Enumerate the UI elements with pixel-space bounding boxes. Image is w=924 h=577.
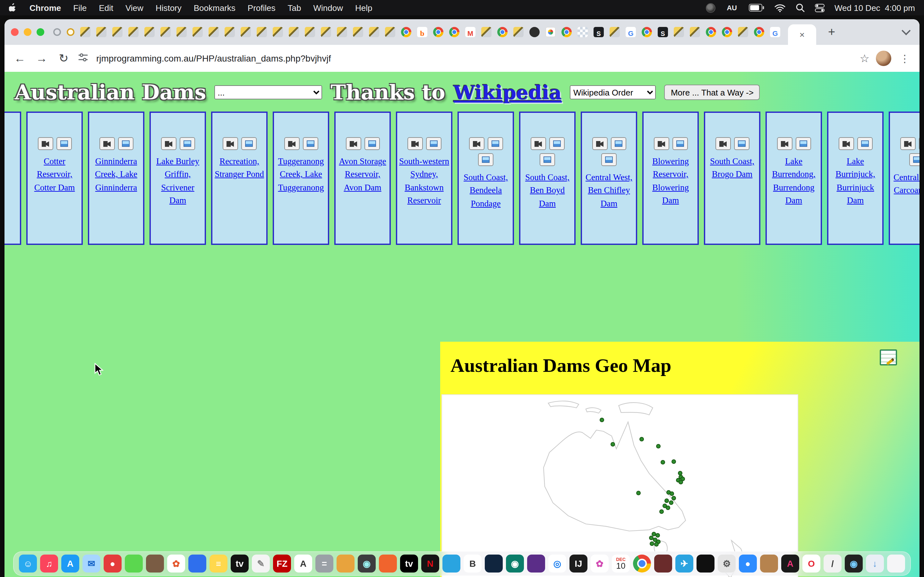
tab-favicon-google[interactable] xyxy=(770,27,780,37)
pic-icon[interactable] xyxy=(179,137,195,150)
tab-favicon-tool[interactable] xyxy=(289,27,299,37)
pic-icon[interactable] xyxy=(56,137,71,150)
menu-item-profiles[interactable]: Profiles xyxy=(248,3,276,13)
pic-icon[interactable] xyxy=(909,153,919,166)
pic-icon[interactable] xyxy=(364,137,380,150)
tab-favicon-tool[interactable] xyxy=(690,27,700,37)
video-icon[interactable] xyxy=(469,137,484,150)
tab-favicon-chrome[interactable] xyxy=(433,27,443,37)
pic-icon[interactable] xyxy=(795,137,811,150)
dock-icon-flower-app[interactable]: ✿ xyxy=(591,554,609,572)
window-minimize-button[interactable] xyxy=(24,28,31,36)
dam-marker[interactable] xyxy=(664,498,669,503)
dock-icon-settings[interactable]: ⚙ xyxy=(718,554,736,572)
forward-button[interactable]: → xyxy=(34,52,49,65)
pic-icon[interactable] xyxy=(426,137,441,150)
tab-favicon-tool[interactable] xyxy=(80,27,90,37)
video-icon[interactable] xyxy=(530,137,546,150)
tab-favicon-dark-s[interactable] xyxy=(658,27,668,37)
pic-icon[interactable] xyxy=(672,137,688,150)
tab-favicon-tool[interactable] xyxy=(481,27,491,37)
tab-favicon-tool[interactable] xyxy=(738,27,748,37)
tab-favicon-tool[interactable] xyxy=(273,27,283,37)
tab-favicon-tool[interactable] xyxy=(176,27,187,37)
address-bar[interactable]: rjmprogramming.com.au/PHP/australian_dam… xyxy=(96,53,853,63)
profile-avatar[interactable] xyxy=(876,51,891,66)
tab-favicon-tool[interactable] xyxy=(208,27,219,37)
tab-favicon-tool[interactable] xyxy=(128,27,139,37)
dock-icon-firefox[interactable] xyxy=(379,554,397,572)
dock-icon-mail[interactable]: ✉ xyxy=(82,554,100,572)
tab-favicon-chrome[interactable] xyxy=(497,27,507,37)
tab-favicon-tool[interactable] xyxy=(369,27,379,37)
dam-link[interactable]: Central West, Ben Chifley Dam xyxy=(582,171,636,210)
tab-favicon-tool[interactable] xyxy=(513,27,523,37)
dock-icon-safari[interactable]: ◎ xyxy=(548,554,566,572)
dock-icon-chrome[interactable] xyxy=(633,554,651,572)
window-zoom-button[interactable] xyxy=(37,28,44,36)
dam-marker[interactable] xyxy=(666,506,670,510)
dock-icon-opera[interactable]: O xyxy=(803,554,821,572)
dam-link[interactable]: South Coast, Ben Boyd Dam xyxy=(520,171,574,210)
pic-icon[interactable] xyxy=(734,137,749,150)
more-that-a-way-button[interactable]: More ... That a Way -> xyxy=(664,85,760,100)
dock-icon-cd-app[interactable]: ◉ xyxy=(845,554,863,572)
dock-icon-slash-app[interactable]: / xyxy=(824,554,842,572)
menu-item-chrome[interactable]: Chrome xyxy=(29,3,61,13)
tab-favicon-chrome[interactable] xyxy=(722,27,732,37)
video-icon[interactable] xyxy=(715,137,730,150)
dock-icon-brown-app[interactable] xyxy=(146,554,164,572)
tab-favicon-tool[interactable] xyxy=(337,27,347,37)
geo-map[interactable]: 1 999,999,999 xyxy=(441,394,798,577)
dam-link[interactable]: Lake Burley Griffin, Scrivener Dam xyxy=(151,155,205,207)
tab-favicon-dots[interactable] xyxy=(545,27,556,37)
dam-link[interactable]: Lake Burrendong, Burrendong Dam xyxy=(767,155,821,207)
dam-link[interactable]: Central West, Carcoar Dam xyxy=(890,171,919,197)
tab-favicon-dark-s[interactable] xyxy=(594,27,604,37)
video-icon[interactable] xyxy=(654,137,669,150)
dam-select[interactable]: ... xyxy=(215,85,322,99)
dock-icon-blue-app[interactable] xyxy=(188,554,206,572)
dam-marker[interactable] xyxy=(640,437,644,442)
pic-icon[interactable] xyxy=(540,153,555,166)
dock-icon-telegram[interactable]: ✈ xyxy=(675,554,693,572)
video-icon[interactable] xyxy=(37,137,53,150)
tab-favicon-chrome[interactable] xyxy=(754,27,764,37)
tab-favicon-tool[interactable] xyxy=(112,27,123,37)
pic-icon[interactable] xyxy=(601,153,617,166)
video-icon[interactable] xyxy=(838,137,854,150)
tab-favicon-tool[interactable] xyxy=(305,27,315,37)
dam-link[interactable]: Blowering Reservoir, Blowering Dam xyxy=(644,155,698,207)
tab-favicon-tool[interactable] xyxy=(674,27,684,37)
spotlight-search-icon[interactable] xyxy=(795,3,804,12)
tab-favicon-checker[interactable] xyxy=(577,27,588,37)
dock-icon-netflix[interactable]: N xyxy=(421,554,439,572)
pic-icon[interactable] xyxy=(549,137,564,150)
menu-item-edit[interactable]: Edit xyxy=(99,3,113,13)
notes-edit-icon[interactable] xyxy=(880,350,897,366)
dock-icon-photos[interactable]: ✿ xyxy=(167,554,185,572)
video-icon[interactable] xyxy=(346,137,361,150)
apple-logo-icon[interactable] xyxy=(9,3,17,13)
dock-icon-dark-a-app[interactable]: A xyxy=(781,554,799,572)
tab-favicon-gmail[interactable] xyxy=(465,27,475,37)
dock-icon-finder[interactable]: ☺ xyxy=(19,554,37,572)
wikipedia-link[interactable]: Wikipedia xyxy=(454,81,562,103)
back-button[interactable]: ← xyxy=(12,52,27,65)
tab-favicon-chrome[interactable] xyxy=(642,27,652,37)
dock-icon-calculator[interactable]: = xyxy=(315,554,333,572)
dam-marker[interactable] xyxy=(655,533,660,538)
dock-icon-filezilla[interactable]: FZ xyxy=(273,554,291,572)
dock-icon-messages[interactable] xyxy=(125,554,143,572)
dock-icon-bear[interactable]: B xyxy=(464,554,481,572)
tab-favicon-tool[interactable] xyxy=(257,27,267,37)
dock-icon-maroon-app[interactable] xyxy=(654,554,672,572)
dock-icon-notes[interactable]: ≡ xyxy=(210,554,228,572)
dam-link[interactable]: Recreation, Stranger Pond xyxy=(212,155,266,181)
tab-favicon-tool[interactable] xyxy=(321,27,331,37)
dock-icon-zoom[interactable]: ● xyxy=(739,554,757,572)
dam-link[interactable]: Cotter Reservoir, Cotter Dam xyxy=(27,155,81,194)
dock-icon-tv[interactable]: tv xyxy=(231,554,249,572)
video-icon[interactable] xyxy=(900,137,915,150)
dam-marker[interactable] xyxy=(650,541,654,546)
